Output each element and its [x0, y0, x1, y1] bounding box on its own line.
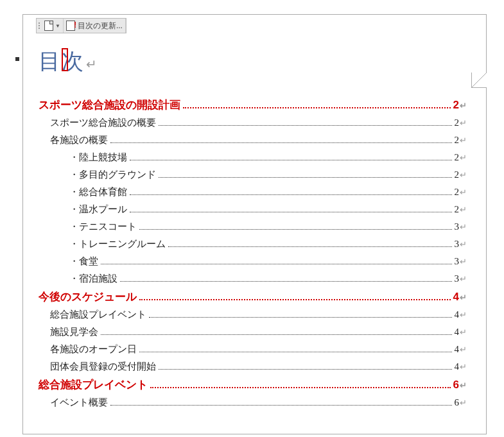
- update-toc-label: 目次の更新...: [78, 21, 123, 31]
- toc-entry-text: ・トレーニングルーム: [69, 239, 166, 249]
- toc-page-number: 2: [455, 205, 460, 214]
- toc-page-number: 6: [455, 398, 460, 407]
- toc-page-number: 4: [455, 362, 460, 372]
- toc-leader-dots: [139, 299, 451, 300]
- toc-page-number: 2: [455, 135, 460, 145]
- line-break-mark-icon: ↵: [460, 275, 467, 283]
- toc-entry-text: 各施設のオープン日: [50, 345, 137, 354]
- toc-entry-text: イベント概要: [50, 398, 108, 407]
- line-break-mark-icon: ↵: [460, 205, 467, 214]
- line-break-mark-icon: ↵: [460, 311, 467, 319]
- toc-page-number: 3: [455, 257, 460, 266]
- toc-leader-dots: [130, 160, 452, 160]
- toc-leader-dots: [159, 177, 452, 178]
- toc-page-number: 2: [453, 99, 459, 110]
- toc-style-dropdown[interactable]: ▼: [42, 19, 64, 33]
- toc-entry-text: スポーツ総合施設の開設計画: [39, 99, 180, 110]
- update-icon: [66, 21, 75, 31]
- toc-page-number: 4: [455, 327, 460, 337]
- chevron-down-icon: ▼: [55, 23, 60, 29]
- paragraph-marker: [15, 57, 19, 61]
- toc-entry[interactable]: 今後のスケジュール 4↵: [39, 291, 467, 302]
- line-break-mark-icon: ↵: [460, 345, 467, 354]
- line-break-mark-icon: ↵: [460, 363, 467, 371]
- toc-entry[interactable]: ・食堂 3↵: [39, 257, 467, 266]
- toc-entry-text: 団体会員登録の受付開始: [50, 362, 156, 372]
- toc-entry[interactable]: スポーツ総合施設の概要 2↵: [39, 118, 467, 128]
- toc-entry-text: ・テニスコート: [69, 222, 137, 232]
- toc-entry-text: ・食堂: [69, 257, 98, 266]
- toc-entry[interactable]: イベント概要 6↵: [39, 398, 467, 407]
- toc-entry-text: スポーツ総合施設の概要: [50, 118, 156, 128]
- toc-leader-dots: [139, 229, 452, 230]
- toc-toolbar: ▼ 目次の更新...: [36, 18, 126, 33]
- toc-entry[interactable]: 総合施設プレイベント 4↵: [39, 310, 467, 320]
- page-title[interactable]: 目次: [39, 47, 85, 76]
- toc-entry-text: 総合施設プレイベント: [39, 379, 148, 390]
- toc-leader-dots: [101, 334, 452, 335]
- toc-entry-text: 各施設の概要: [50, 135, 108, 145]
- toc-entry[interactable]: ・宿泊施設 3↵: [39, 274, 467, 284]
- toolbar-drag-handle[interactable]: [37, 19, 42, 33]
- line-break-mark-icon: ↵: [460, 257, 467, 266]
- toc-leader-dots: [130, 194, 452, 195]
- toc-leader-dots: [110, 142, 452, 143]
- toc-leader-dots: [149, 317, 452, 318]
- toc-entry[interactable]: 施設見学会 4↵: [39, 327, 467, 337]
- toc-page-number: 3: [455, 274, 460, 284]
- title-row: 目次 ↵: [39, 47, 467, 76]
- line-break-mark-icon: ↵: [460, 240, 467, 248]
- toc-leader-dots: [130, 212, 452, 212]
- toc-entry[interactable]: 団体会員登録の受付開始 4↵: [39, 362, 467, 372]
- toc-entry[interactable]: 総合施設プレイベント 6↵: [39, 379, 467, 390]
- toc-leader-dots: [159, 369, 452, 370]
- toc-page-number: 4: [453, 291, 459, 302]
- toc-entry[interactable]: スポーツ総合施設の開設計画 2↵: [39, 99, 467, 110]
- toc-page-number: 4: [455, 345, 460, 354]
- line-break-mark-icon: ↵: [460, 136, 467, 144]
- toc-page-number: 2: [455, 170, 460, 180]
- toc-entry[interactable]: ・温水プール 2↵: [39, 205, 467, 214]
- page-content: 目次 ↵ スポーツ総合施設の開設計画 2↵スポーツ総合施設の概要 2↵各施設の概…: [23, 15, 486, 407]
- line-break-mark-icon: ↵: [460, 328, 467, 336]
- line-break-mark-icon: ↵: [460, 119, 467, 127]
- toc-leader-dots: [183, 107, 451, 108]
- toc-leader-dots: [159, 125, 452, 126]
- toc-entry[interactable]: 各施設の概要 2↵: [39, 135, 467, 145]
- line-break-mark-icon: ↵: [460, 188, 467, 196]
- toc-entry[interactable]: ・テニスコート 3↵: [39, 222, 467, 232]
- toc-entry[interactable]: 各施設のオープン日 4↵: [39, 345, 467, 354]
- toc-leader-dots: [101, 264, 452, 264]
- toc-leader-dots: [139, 352, 452, 352]
- toc-leader-dots: [150, 387, 451, 388]
- toc-entry[interactable]: ・総合体育館 2↵: [39, 187, 467, 197]
- toc-leader-dots: [120, 281, 452, 282]
- toc-entry[interactable]: ・陸上競技場 2↵: [39, 153, 467, 162]
- toc-entry[interactable]: ・多目的グラウンド 2↵: [39, 170, 467, 180]
- text-cursor-highlight: [62, 48, 68, 71]
- toc-entry-text: ・総合体育館: [69, 187, 127, 197]
- toc-page-number: 2: [455, 187, 460, 197]
- toc-entry-text: ・温水プール: [69, 205, 127, 214]
- line-break-mark-icon: ↵: [460, 293, 467, 302]
- toc-entry-text: ・陸上競技場: [69, 153, 127, 162]
- table-of-contents[interactable]: スポーツ総合施設の開設計画 2↵スポーツ総合施設の概要 2↵各施設の概要 2↵・…: [39, 99, 467, 407]
- line-break-mark-icon: ↵: [460, 171, 467, 179]
- page-fold-corner: [471, 73, 487, 88]
- line-break-mark-icon: ↵: [460, 153, 467, 162]
- toc-entry-text: 施設見学会: [50, 327, 98, 337]
- toc-page-number: 6: [453, 379, 459, 390]
- update-toc-button[interactable]: 目次の更新...: [64, 19, 126, 33]
- toc-entry-text: ・宿泊施設: [69, 274, 117, 284]
- line-break-mark-icon: ↵: [460, 381, 467, 390]
- toc-page-number: 3: [455, 239, 460, 249]
- toc-page-number: 2: [455, 118, 460, 128]
- toc-entry-text: 今後のスケジュール: [39, 291, 137, 302]
- toc-leader-dots: [168, 246, 452, 247]
- toc-page-number: 3: [455, 222, 460, 232]
- line-break-mark-icon: ↵: [460, 398, 467, 407]
- toc-page-number: 2: [455, 153, 460, 162]
- toc-entry[interactable]: ・トレーニングルーム 3↵: [39, 239, 467, 249]
- toc-entry-text: 総合施設プレイベント: [50, 310, 146, 320]
- document-page: 目次 ↵ スポーツ総合施設の開設計画 2↵スポーツ総合施設の概要 2↵各施設の概…: [22, 14, 487, 434]
